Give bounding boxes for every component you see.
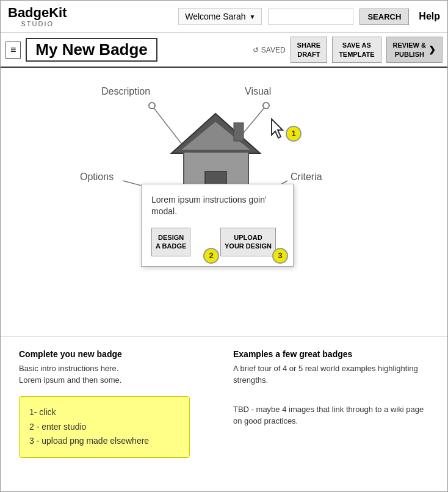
info-right-heading: Examples a few great badges [233, 349, 429, 359]
cursor-icon [269, 118, 287, 142]
user-name-label: Welcome Sarah [185, 12, 245, 21]
search-button[interactable]: SEARCH [359, 9, 409, 25]
design-badge-container: DESIGNA BADGE 2 [151, 228, 214, 256]
design-badge-button[interactable]: DESIGNA BADGE [151, 228, 190, 256]
step-badge-3: 3 [272, 248, 288, 264]
note-line2: 2 - enter studio [29, 420, 179, 435]
help-link[interactable]: Help [419, 11, 440, 22]
svg-rect-10 [234, 123, 244, 141]
info-right: Examples a few great badges A brief tour… [233, 349, 429, 458]
user-dropdown[interactable]: Welcome Sarah ▼ [178, 8, 262, 25]
review-publish-label: REVIEW &PUBLISH [393, 41, 426, 59]
info-left-heading: Complete you new badge [19, 349, 215, 359]
top-nav: BadgeKit STUDIO Welcome Sarah ▼ SEARCH H… [1, 1, 447, 33]
upload-design-container: UPLOADYOUR DESIGN 3 [220, 228, 283, 256]
info-right-text1: A brief tour of 4 or 5 real world exampl… [233, 363, 429, 386]
chevron-right-icon: ❯ [428, 44, 436, 55]
info-left: Complete you new badge Basic intro instr… [19, 349, 215, 458]
info-left-text2: Lorem ipsum and then some. [19, 374, 215, 386]
yellow-note: 1- click 2 - enter studio 3 - upload png… [19, 396, 190, 458]
dropdown-arrow-icon: ▼ [250, 13, 256, 20]
info-section: Complete you new badge Basic intro instr… [1, 336, 447, 470]
brand-block: BadgeKit STUDIO [8, 5, 67, 27]
svg-marker-11 [272, 119, 283, 138]
toolbar: ≡ My New Badge ↺ SAVED SHAREDRAFT SAVE A… [1, 33, 447, 68]
brand-name: BadgeKit [8, 5, 67, 20]
saved-icon: ↺ [253, 46, 259, 54]
save-as-template-button[interactable]: SAVE ASTEMPLATE [332, 37, 381, 63]
canvas-area: Description Visual Options Criteria [1, 68, 447, 336]
step-badge-2: 2 [203, 248, 219, 264]
label-options: Options [80, 172, 114, 183]
search-input[interactable] [268, 9, 353, 25]
step-badge-1: 1 [286, 126, 302, 142]
info-right-text2: TBD - maybe 4 images that link through t… [233, 403, 429, 427]
share-draft-button[interactable]: SHAREDRAFT [291, 37, 328, 63]
modal-text: Lorem ipsum instructions goin' modal. [151, 194, 283, 218]
svg-point-1 [149, 103, 155, 109]
upload-design-button[interactable]: UPLOADYOUR DESIGN [220, 228, 276, 256]
note-line3: 3 - upload png made elsewhere [29, 434, 179, 449]
saved-indicator: ↺ SAVED [253, 46, 286, 54]
note-line1: 1- click [29, 405, 179, 420]
label-criteria: Criteria [291, 172, 322, 183]
review-publish-button[interactable]: REVIEW &PUBLISH ❯ [386, 37, 443, 63]
hamburger-button[interactable]: ≡ [5, 42, 21, 59]
main-content: Description Visual Options Criteria [1, 68, 447, 470]
saved-label: SAVED [261, 46, 286, 54]
modal-buttons: DESIGNA BADGE 2 UPLOADYOUR DESIGN 3 [151, 228, 283, 256]
label-description: Description [101, 86, 150, 97]
modal-box: Lorem ipsum instructions goin' modal. DE… [141, 184, 294, 267]
label-visual: Visual [245, 86, 271, 97]
info-left-text1: Basic intro instructions here. [19, 363, 215, 375]
brand-sub: STUDIO [8, 20, 67, 27]
badge-title: My New Badge [26, 38, 157, 62]
